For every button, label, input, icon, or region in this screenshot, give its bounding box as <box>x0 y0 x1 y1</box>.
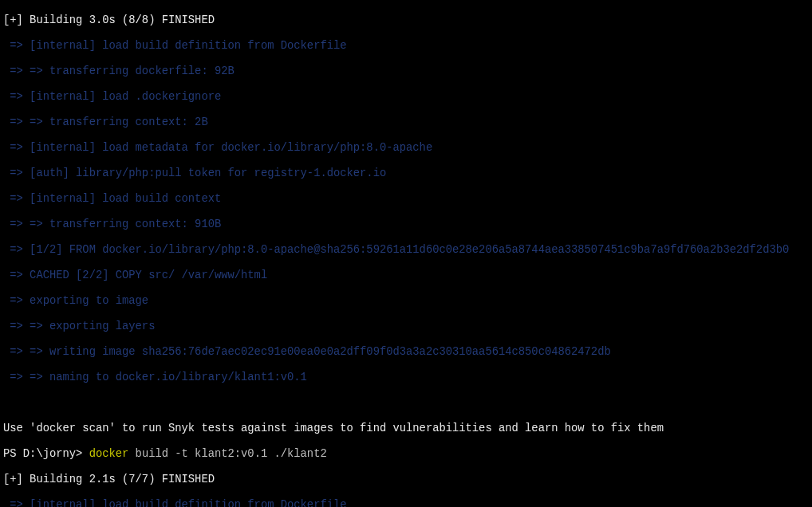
build1-step: => [internal] load .dockerignore <box>3 91 809 104</box>
build1-step: => => exporting layers <box>3 320 809 333</box>
prompt-path: PS D:\jorny> <box>3 448 89 460</box>
build1-step: => => naming to docker.io/library/klant1… <box>3 371 809 384</box>
build1-step: => [internal] load metadata for docker.i… <box>3 142 809 155</box>
blank-line <box>3 397 809 410</box>
build1-step: => CACHED [2/2] COPY src/ /var/www/html <box>3 269 809 282</box>
build1-step: => [auth] library/php:pull token for reg… <box>3 167 809 180</box>
build1-step: => => writing image sha256:76de7aec02ec9… <box>3 346 809 359</box>
cmd-args: build -t klant2:v0.1 ./klant2 <box>128 448 326 460</box>
build1-header: [+] Building 3.0s (8/8) FINISHED <box>3 14 809 27</box>
build1-step: => => transferring dockerfile: 92B <box>3 65 809 78</box>
build1-step: => => transferring context: 910B <box>3 218 809 231</box>
scan-hint: Use 'docker scan' to run Snyk tests agai… <box>3 422 809 435</box>
build1-step: => => transferring context: 2B <box>3 116 809 129</box>
build1-step: => [1/2] FROM docker.io/library/php:8.0-… <box>3 244 809 257</box>
build1-step: => [internal] load build definition from… <box>3 40 809 53</box>
build1-step: => exporting to image <box>3 295 809 308</box>
terminal[interactable]: [+] Building 3.0s (8/8) FINISHED => [int… <box>0 0 812 507</box>
build2-step: => [internal] load build definition from… <box>3 499 809 507</box>
build1-step: => [internal] load build context <box>3 193 809 206</box>
prompt-line[interactable]: PS D:\jorny> docker build -t klant2:v0.1… <box>3 448 809 461</box>
build2-header: [+] Building 2.1s (7/7) FINISHED <box>3 474 809 486</box>
cmd-docker: docker <box>89 448 129 460</box>
